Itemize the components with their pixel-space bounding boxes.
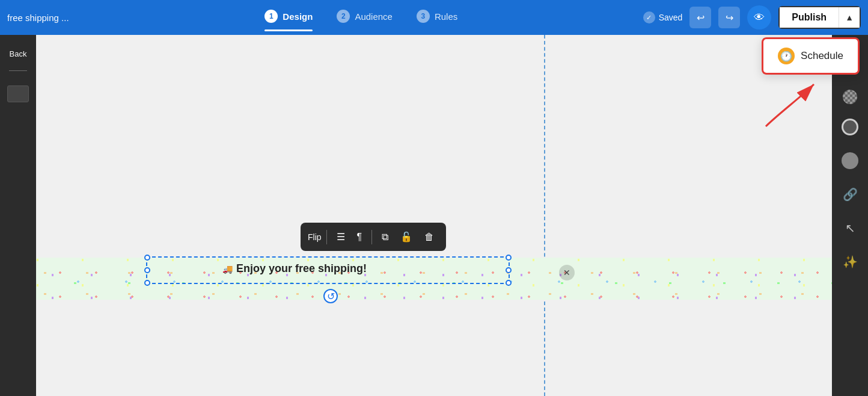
cursor-icon[interactable]: ↖	[839, 217, 861, 239]
redo-button[interactable]: ↪	[718, 7, 740, 28]
wand-symbol: ✨	[843, 255, 858, 269]
rotate-handle[interactable]: ↺	[323, 289, 338, 303]
tab-audience[interactable]: 2 Audience	[337, 10, 393, 25]
link-symbol: 🔗	[843, 187, 858, 202]
toolbar-divider-2	[371, 230, 372, 244]
handle-top-right[interactable]	[506, 255, 512, 261]
clock-icon: 🕐	[778, 48, 795, 64]
sidebar-divider	[9, 70, 27, 71]
magic-wand-icon[interactable]: ✨	[839, 251, 861, 273]
close-icon: ✕	[563, 268, 570, 277]
paragraph-button[interactable]: ¶	[352, 228, 367, 246]
publish-chevron-button[interactable]: ▲	[839, 7, 860, 28]
tab-design-number: 1	[264, 10, 278, 23]
texture-icon[interactable]	[843, 90, 857, 104]
delete-button[interactable]: 🗑	[420, 228, 439, 246]
canvas-area: Flip ☰ ¶ ⧉ 🔓 🗑	[36, 35, 832, 396]
sidebar-section-label	[16, 78, 20, 81]
trash-icon: 🗑	[424, 232, 434, 243]
tab-audience-number: 2	[337, 10, 350, 23]
page-title: free shipping ...	[7, 13, 79, 23]
circle-filled-icon[interactable]	[839, 150, 861, 172]
circle-border-icon[interactable]	[839, 116, 861, 138]
back-button[interactable]: Back	[7, 45, 29, 63]
selected-element[interactable]	[146, 256, 510, 284]
tab-rules-number: 3	[417, 10, 430, 23]
handle-middle-left[interactable]	[144, 267, 150, 273]
handle-bottom-left[interactable]	[144, 280, 150, 286]
sidebar-input-box	[7, 85, 29, 102]
saved-status: ✓ Saved	[643, 11, 683, 23]
layers-button[interactable]: ⧉	[377, 228, 393, 246]
flip-label: Flip	[308, 232, 322, 242]
lock-icon: 🔓	[400, 231, 412, 243]
schedule-dropdown: 🕐 Schedule	[762, 37, 860, 75]
toolbar-divider-1	[326, 230, 327, 244]
tab-bar: 1 Design 2 Audience 3 Rules	[79, 10, 643, 25]
chevron-up-icon: ▲	[845, 13, 854, 22]
link-icon[interactable]: 🔗	[839, 184, 861, 205]
align-button[interactable]: ☰	[332, 227, 350, 246]
cursor-symbol: ↖	[845, 221, 855, 235]
handle-bottom-right[interactable]	[506, 280, 512, 286]
tab-audience-label: Audience	[355, 11, 393, 22]
handle-middle-right[interactable]	[506, 267, 512, 273]
handle-top-left[interactable]	[144, 255, 150, 261]
preview-button[interactable]: 👁	[747, 5, 771, 29]
banner-close-button[interactable]: ✕	[559, 265, 575, 280]
saved-check-icon: ✓	[643, 11, 655, 23]
canvas-boundary-line	[544, 35, 545, 396]
undo-button[interactable]: ↩	[689, 7, 711, 28]
element-toolbar: Flip ☰ ¶ ⧉ 🔓 🗑	[301, 223, 446, 251]
saved-label: Saved	[659, 13, 683, 22]
tab-rules-label: Rules	[435, 11, 457, 22]
header-actions: ✓ Saved ↩ ↪ 👁 Publish ▲ 🕐 Schedule	[643, 5, 861, 29]
header: free shipping ... 1 Design 2 Audience 3 …	[0, 0, 868, 35]
paragraph-icon: ¶	[357, 232, 362, 243]
left-sidebar: Back	[0, 35, 36, 396]
tab-design-label: Design	[283, 11, 313, 22]
publish-button[interactable]: Publish	[780, 7, 839, 28]
publish-group: Publish ▲ 🕐 Schedule	[778, 6, 861, 29]
schedule-label[interactable]: Schedule	[801, 50, 843, 62]
align-icon: ☰	[337, 231, 345, 243]
lock-button[interactable]: 🔓	[396, 227, 417, 246]
tab-design[interactable]: 1 Design	[264, 10, 313, 25]
layers-icon: ⧉	[382, 232, 388, 243]
right-panel: Aa 18 🔗 ↖ ✨	[832, 35, 868, 396]
tab-rules[interactable]: 3 Rules	[417, 10, 457, 25]
main-layout: Back Flip ☰ ¶ ⧉ 🔓	[0, 35, 868, 396]
